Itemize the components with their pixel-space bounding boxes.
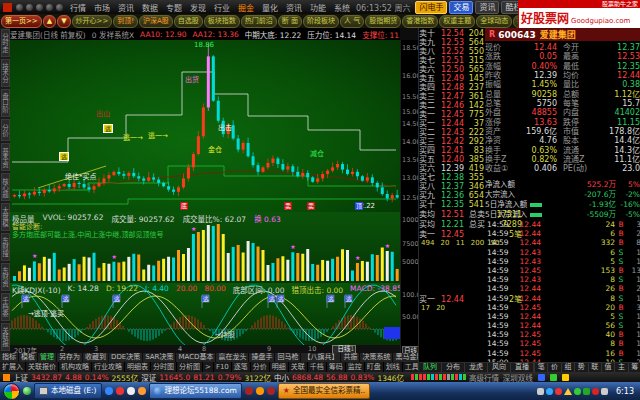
tick-row[interactable]: 14:5912.458B1 bbox=[487, 339, 640, 348]
tick-row[interactable]: 14:5912.44332B8 bbox=[487, 238, 640, 247]
function-tab-6[interactable]: 分时图 bbox=[151, 362, 177, 372]
quote-tab-4[interactable]: 风向 bbox=[488, 363, 511, 372]
market-tab-5[interactable]: 到顶! bbox=[113, 15, 138, 28]
menu-item-10[interactable]: 资讯 bbox=[282, 2, 306, 13]
function-tab-14[interactable]: 千档 bbox=[308, 362, 327, 372]
function-tab-18[interactable]: 划线 bbox=[384, 362, 403, 372]
menu-item-1[interactable]: 行情 bbox=[66, 2, 90, 13]
window-control-icon[interactable] bbox=[26, 4, 33, 11]
function-tab-5[interactable]: 明细表 bbox=[125, 362, 151, 372]
side-tab-3[interactable]: 盘口阶段 bbox=[1, 89, 10, 117]
status-mini-icon[interactable] bbox=[550, 374, 557, 381]
queue-row[interactable]: 买八12.37346 bbox=[419, 182, 485, 191]
quote-chartab-7[interactable]: 主 bbox=[614, 363, 627, 372]
function-tab-12[interactable]: 明细 bbox=[270, 362, 289, 372]
market-tab-15[interactable]: 权重主题 bbox=[439, 15, 475, 28]
stock-header[interactable]: R 600643 爱建集团 bbox=[485, 28, 640, 41]
ad-banner[interactable]: 股票助牛之家 好股票网 Goodgupiao.com bbox=[518, 0, 640, 28]
quote-tab-5[interactable]: 直播 bbox=[511, 363, 534, 372]
template-tab-9[interactable]: 赢在龙头 bbox=[216, 353, 249, 362]
template-tab-6[interactable]: DDE决策 bbox=[109, 353, 143, 362]
queue-row[interactable]: 卖九12.53564 bbox=[419, 38, 485, 47]
queue-row[interactable]: 买十12.35541 bbox=[419, 200, 485, 209]
quote-chartab-6[interactable]: 值 bbox=[601, 363, 614, 372]
tray-icon[interactable] bbox=[564, 388, 572, 395]
template-tab-14[interactable]: 决策系统 bbox=[360, 353, 393, 362]
market-tab-10[interactable]: 断 面 bbox=[278, 15, 302, 28]
function-tab-8[interactable]: > bbox=[203, 362, 214, 372]
side-tab-7[interactable]: 大盘模拟 bbox=[1, 203, 10, 231]
function-tab-2[interactable]: 关联报价 bbox=[26, 362, 59, 372]
kdj-indicator-pane[interactable]: 逃逃逃逃逃逃逃逃→逃顶·逃买→持股 K线KDJX(-10)K: 14.28D: … bbox=[10, 283, 400, 346]
tray-icon[interactable] bbox=[601, 388, 608, 395]
time-and-sales[interactable]: 14:5912.4424B314:5912.446B214:5912.44332… bbox=[487, 220, 640, 367]
tick-row[interactable]: 14:5912.4520B3 bbox=[487, 303, 640, 312]
menu-item-7[interactable]: 行业 bbox=[210, 2, 234, 13]
function-tab-4[interactable]: 行业攻略 bbox=[92, 362, 125, 372]
function-tab-17[interactable]: 盯盘 bbox=[365, 362, 384, 372]
quote-chartab-1[interactable]: 笔 bbox=[534, 363, 547, 372]
side-tab-2[interactable]: 技术分析 bbox=[1, 59, 10, 87]
template-tab-4[interactable]: 另存为 bbox=[57, 353, 83, 362]
menu-item-6[interactable]: 发现 bbox=[186, 2, 210, 13]
quote-chartab-5[interactable]: 联 bbox=[588, 363, 601, 372]
shortcut-icon[interactable] bbox=[105, 387, 113, 395]
market-tab-4[interactable]: 炒开心>> bbox=[72, 15, 113, 28]
market-tab-3[interactable]: ▼ bbox=[57, 15, 70, 28]
queue-row[interactable]: 卖一12.45775 bbox=[419, 110, 485, 119]
market-tab-6[interactable]: 沪深A股 bbox=[139, 15, 173, 28]
queue-row[interactable]: 卖五12.49145 bbox=[419, 74, 485, 83]
menu-item-11[interactable]: 功能 bbox=[306, 2, 330, 13]
template-tab-3[interactable]: 管理 bbox=[38, 353, 57, 362]
quick-launch-icon[interactable] bbox=[23, 387, 31, 395]
menu-item-5[interactable]: 专题 bbox=[162, 2, 186, 13]
window-control-icon[interactable] bbox=[46, 4, 53, 11]
template-tab-7[interactable]: SAR决策 bbox=[143, 353, 176, 362]
status-mini-icon[interactable] bbox=[538, 374, 545, 381]
function-tab-15[interactable]: 筹码 bbox=[327, 362, 346, 372]
tick-row[interactable]: 14:5912.45153B13 bbox=[487, 266, 640, 275]
market-tab-8[interactable]: 板块指数 bbox=[204, 15, 240, 28]
template-tab-13[interactable]: 共振 bbox=[341, 353, 360, 362]
template-tab-8[interactable]: MACD基本 bbox=[176, 353, 216, 362]
menu-item-8[interactable]: 掘金 bbox=[234, 2, 258, 13]
queue-row[interactable]: 卖八12.52550 bbox=[419, 47, 485, 56]
function-tab-9[interactable]: F10 bbox=[214, 362, 232, 372]
window-control-icon[interactable] bbox=[16, 4, 23, 11]
queue-row[interactable]: 买一12.4437 bbox=[419, 119, 485, 128]
shortcut-icon[interactable] bbox=[245, 387, 253, 395]
function-tab-13[interactable]: 关联 bbox=[289, 362, 308, 372]
menu-item-9[interactable]: 量化 bbox=[258, 2, 282, 13]
quick-button-2[interactable]: 交易 bbox=[449, 1, 473, 14]
market-tab-12[interactable]: 人 气 bbox=[340, 15, 364, 28]
tray-icon[interactable] bbox=[592, 388, 599, 395]
template-tab-15[interactable]: 黑马金股 bbox=[393, 353, 418, 362]
tick-row[interactable]: 14:5912.4540B1 bbox=[487, 330, 640, 339]
market-tab-11[interactable]: 阶段板块 bbox=[303, 15, 339, 28]
tick-row[interactable]: 14:5912.4516B1 bbox=[487, 349, 640, 358]
quote-chartab-3[interactable]: 组 bbox=[561, 363, 574, 372]
window-control-icon[interactable] bbox=[56, 4, 63, 11]
queue-row[interactable]: 买六12.39419 bbox=[419, 164, 485, 173]
quote-chartab-2[interactable]: 价 bbox=[547, 363, 560, 372]
tick-row[interactable]: 14:5912.445S1 bbox=[487, 312, 640, 321]
tray-icon[interactable] bbox=[546, 388, 553, 395]
tray-icon[interactable] bbox=[574, 388, 581, 395]
quote-tab-3[interactable]: 龙虎 bbox=[465, 363, 488, 372]
quote-tab-1[interactable]: 队列 bbox=[419, 363, 442, 372]
shortcut-icon[interactable] bbox=[116, 387, 124, 395]
taskbar-task-3[interactable]: ★全国最实全信彩票精.. bbox=[278, 383, 370, 399]
market-tab-14[interactable]: 香港指数 bbox=[402, 15, 438, 28]
queue-row[interactable]: 买三12.42292 bbox=[419, 137, 485, 146]
menu-item-3[interactable]: 资讯 bbox=[114, 2, 138, 13]
quote-chartab-4[interactable]: 势 bbox=[574, 363, 587, 372]
status-mini-icon[interactable] bbox=[562, 374, 569, 381]
side-tab-9[interactable]: 东财资讯 bbox=[1, 263, 10, 291]
function-tab-10[interactable]: 逐笔 bbox=[232, 362, 251, 372]
queue-row[interactable]: 买二12.43222 bbox=[419, 128, 485, 137]
function-tab-3[interactable]: 机构攻略 bbox=[59, 362, 92, 372]
market-tab-13[interactable]: 股指期货 bbox=[365, 15, 401, 28]
function-tab-1[interactable]: 扩展入 bbox=[0, 362, 26, 372]
template-tab-5[interactable]: 收藏到 bbox=[83, 353, 109, 362]
template-tab-11[interactable]: 回马枪 bbox=[275, 353, 301, 362]
